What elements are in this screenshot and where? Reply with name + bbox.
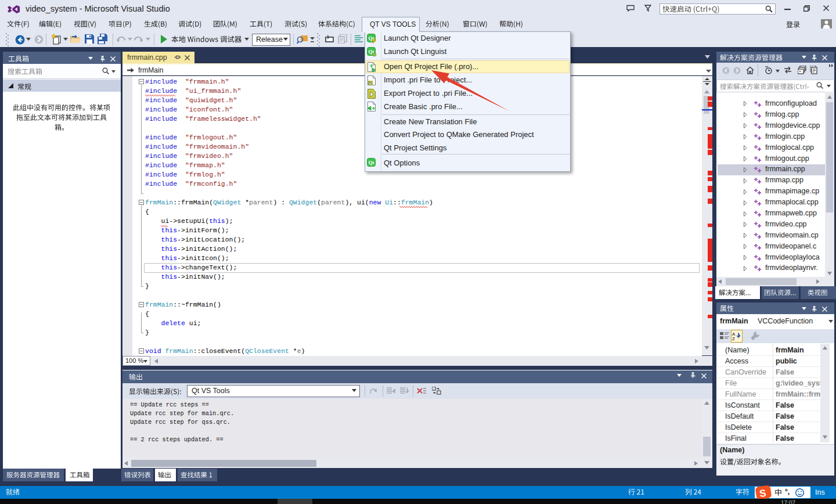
svg-text:Z: Z xyxy=(732,336,735,341)
